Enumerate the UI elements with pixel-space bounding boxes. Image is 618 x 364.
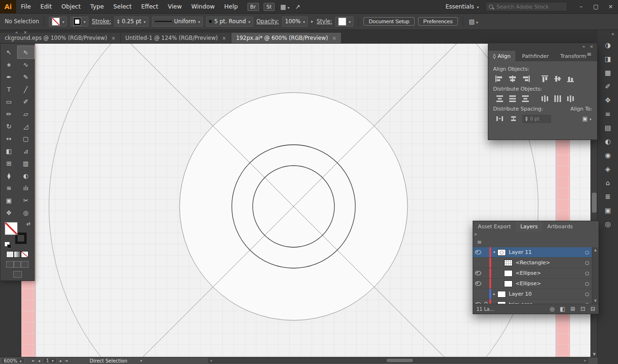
- color-guide-panel-icon[interactable]: ◨: [602, 54, 614, 64]
- expand-chevron-icon[interactable]: [491, 250, 497, 254]
- eyedropper-tool[interactable]: ⧫: [0, 169, 18, 182]
- distribute-spacing-vertical-icon[interactable]: [493, 114, 506, 123]
- shape-builder-tool[interactable]: ◧: [0, 145, 18, 157]
- align-panel-tab[interactable]: Pathfinder: [515, 51, 553, 61]
- close-panel-icon[interactable]: [589, 44, 593, 49]
- menu-item[interactable]: Select: [109, 0, 137, 13]
- brushes-panel-icon[interactable]: ✐: [602, 82, 614, 91]
- magic-wand-tool[interactable]: ∗: [0, 58, 18, 71]
- gradient-panel-icon[interactable]: ▤: [602, 123, 614, 132]
- align-horizontal-center-icon[interactable]: [506, 75, 519, 83]
- layers-panel-tab[interactable]: Asset Export: [473, 221, 516, 232]
- layer-thumbnail[interactable]: [497, 291, 506, 298]
- vertical-scroll-thumb[interactable]: [592, 193, 597, 213]
- menu-item[interactable]: View: [163, 0, 187, 13]
- scroll-left-icon[interactable]: ◂: [209, 358, 213, 363]
- screen-mode-button[interactable]: [13, 271, 22, 278]
- lock-toggle[interactable]: [483, 271, 489, 275]
- minimize-button[interactable]: –: [574, 0, 589, 13]
- new-sublayer-icon[interactable]: ⊞: [570, 306, 575, 312]
- pen-tool[interactable]: ✒: [0, 71, 18, 83]
- layers-panel-icon[interactable]: ≣: [602, 192, 614, 201]
- collapse-panel-icon[interactable]: [582, 44, 585, 49]
- width-tool[interactable]: ↔: [0, 132, 18, 145]
- color-panel-icon[interactable]: ◑: [602, 40, 614, 50]
- visibility-toggle[interactable]: [473, 302, 483, 304]
- scale-tool[interactable]: ◿: [18, 120, 35, 132]
- distribute-left-icon[interactable]: [538, 94, 551, 103]
- pencil-tool[interactable]: ✏: [0, 108, 18, 120]
- hand-tool[interactable]: ✥: [0, 206, 18, 219]
- fill-proxy-none[interactable]: [5, 222, 18, 235]
- panel-menu-icon[interactable]: [583, 51, 595, 59]
- layer-thumbnail[interactable]: [497, 301, 506, 304]
- layer-name[interactable]: Layer 11: [509, 249, 582, 255]
- stroke-weight-field[interactable]: ▲▼ 0.25 pt: [114, 17, 149, 27]
- free-transform-tool[interactable]: ▢: [18, 132, 35, 145]
- selection-tool[interactable]: ↖: [0, 46, 18, 58]
- lock-toggle[interactable]: [483, 281, 489, 286]
- distribute-top-icon[interactable]: [493, 94, 506, 103]
- scroll-right-icon[interactable]: ▸: [583, 358, 588, 363]
- align-bottom-icon[interactable]: [564, 75, 577, 83]
- layer-row[interactable]: <Rectangle> ○: [473, 258, 592, 268]
- draw-inside-button[interactable]: [21, 261, 29, 268]
- navigator-panel-icon[interactable]: ◎: [602, 219, 614, 229]
- layer-target-icon[interactable]: ○: [582, 302, 592, 304]
- swatches-panel-icon[interactable]: ▦: [602, 68, 614, 77]
- layer-target-icon[interactable]: ○: [582, 271, 592, 276]
- layer-name[interactable]: <Rectangle>: [515, 260, 582, 266]
- lock-toggle[interactable]: [483, 250, 489, 254]
- expand-chevron-icon[interactable]: [491, 292, 497, 296]
- layer-name[interactable]: <Ellipse>: [515, 270, 582, 276]
- artboard-number-dropdown[interactable]: 1: [43, 358, 57, 364]
- transparency-panel-icon[interactable]: ◐: [602, 137, 614, 146]
- menu-item[interactable]: Edit: [36, 0, 57, 13]
- expand-chevron-icon[interactable]: [491, 302, 497, 304]
- new-layer-icon[interactable]: ⊡: [580, 306, 585, 312]
- align-right-icon[interactable]: [519, 75, 532, 83]
- layers-scrollbar[interactable]: ▲ ▼: [592, 247, 599, 304]
- scroll-up-icon[interactable]: ▲: [594, 248, 597, 252]
- previous-artboard-button[interactable]: ◂: [38, 359, 40, 363]
- style-dropdown[interactable]: [335, 17, 353, 27]
- menu-item[interactable]: Window: [187, 0, 219, 13]
- layer-thumbnail[interactable]: [504, 280, 513, 287]
- next-artboard-button[interactable]: ▸: [60, 359, 62, 363]
- zoom-level-dropdown[interactable]: 600%: [1, 358, 25, 364]
- align-panel-tab[interactable]: ◊ Align: [488, 51, 515, 61]
- default-fill-stroke-icon[interactable]: [4, 242, 10, 247]
- gradient-tool[interactable]: ▥: [18, 157, 35, 169]
- document-tab[interactable]: Untitled-1 @ 124% (RGB/Preview) ×: [121, 33, 231, 43]
- line-segment-tool[interactable]: ╱: [18, 83, 35, 95]
- distribute-right-icon[interactable]: [564, 94, 577, 103]
- distribute-spacing-horizontal-icon[interactable]: [508, 114, 521, 123]
- preferences-button[interactable]: Preferences: [418, 17, 458, 26]
- layers-panel-tab[interactable]: Artboards: [542, 221, 578, 232]
- brush-definition-dropdown[interactable]: 5 pt. Round: [206, 17, 253, 27]
- libraries-panel-icon[interactable]: ⌂: [602, 178, 614, 187]
- distribute-vertical-center-icon[interactable]: [506, 94, 519, 103]
- scroll-down-icon[interactable]: ▼: [594, 299, 597, 303]
- style-panel-link[interactable]: Style:: [317, 18, 333, 25]
- close-dock-icon[interactable]: [24, 30, 28, 35]
- spacing-value-field[interactable]: ▲▼ 0 pt: [523, 115, 551, 123]
- color-button[interactable]: [6, 251, 14, 258]
- opacity-panel-link[interactable]: Opacity:: [257, 18, 279, 25]
- appearance-panel-icon[interactable]: ◉: [602, 150, 614, 160]
- menu-item[interactable]: Object: [57, 0, 86, 13]
- lock-toggle[interactable]: [483, 302, 489, 304]
- swap-fill-stroke-icon[interactable]: ⇄: [27, 221, 30, 226]
- stock-button[interactable]: St: [264, 3, 275, 11]
- opacity-field[interactable]: 100%: [282, 17, 308, 27]
- width-profile-dropdown[interactable]: Uniform: [152, 17, 203, 27]
- draw-normal-button[interactable]: [6, 261, 14, 268]
- collapse-dock-icon[interactable]: [15, 30, 18, 35]
- artboard-tool[interactable]: ▣: [0, 194, 18, 206]
- symbol-sprayer-tool[interactable]: ≋: [0, 182, 18, 194]
- layer-row[interactable]: <Ellipse> ○: [473, 279, 592, 289]
- stroke-color-dropdown[interactable]: [70, 17, 88, 27]
- lock-toggle[interactable]: [483, 292, 489, 296]
- select-similar-dropdown[interactable]: ▤: [469, 18, 478, 25]
- perspective-grid-tool[interactable]: ⊿: [18, 145, 35, 157]
